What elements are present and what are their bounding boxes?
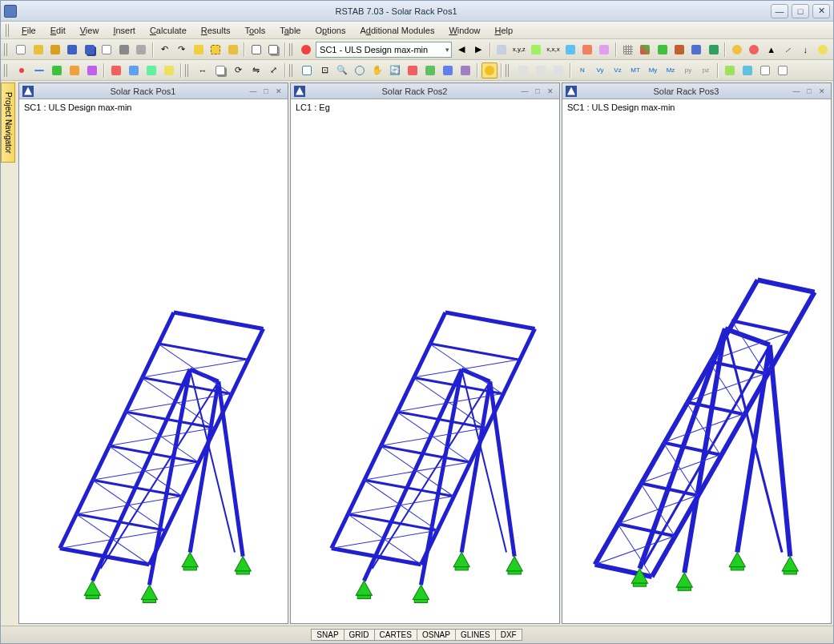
folder-button[interactable] bbox=[225, 42, 240, 58]
moment-my-button[interactable]: My bbox=[645, 62, 661, 78]
areaload-button[interactable] bbox=[161, 62, 177, 78]
close-button[interactable]: ✕ bbox=[812, 4, 830, 18]
menu-tools[interactable]: Tools bbox=[238, 24, 272, 37]
select-button[interactable] bbox=[191, 42, 206, 58]
model-type-button[interactable] bbox=[655, 42, 670, 58]
node-button[interactable] bbox=[14, 62, 30, 78]
result-view3-button[interactable] bbox=[528, 42, 543, 58]
menu-insert[interactable]: Insert bbox=[107, 24, 142, 37]
zoom-in-button[interactable]: 🔍 bbox=[334, 62, 350, 78]
menu-edit[interactable]: Edit bbox=[44, 24, 72, 37]
status-dxf[interactable]: DXF bbox=[495, 629, 522, 641]
highlight-button[interactable] bbox=[481, 62, 498, 78]
force-vy-button[interactable]: Vy bbox=[592, 62, 608, 78]
view-minimize-1[interactable]: — bbox=[248, 86, 259, 97]
status-cartes[interactable]: CARTES bbox=[374, 629, 417, 641]
toolbar-grip-2[interactable] bbox=[289, 43, 294, 56]
result-table-button[interactable] bbox=[597, 42, 612, 58]
view-canvas-2[interactable]: LC1 : Eg bbox=[291, 99, 559, 623]
print-preview-button[interactable] bbox=[133, 42, 148, 58]
menu-calculate[interactable]: Calculate bbox=[143, 24, 193, 37]
moment-mt-button[interactable]: MT bbox=[627, 62, 643, 78]
save-all-button[interactable] bbox=[82, 42, 97, 58]
section-button[interactable] bbox=[689, 42, 704, 58]
result-xyz-button[interactable]: x,y,z bbox=[511, 42, 526, 58]
members-button[interactable]: ⟋ bbox=[780, 42, 796, 58]
force-pz-button[interactable]: pz bbox=[698, 62, 714, 78]
view-close-2[interactable]: ✕ bbox=[545, 86, 556, 97]
moment-button[interactable] bbox=[126, 62, 142, 78]
toolbar-grip-5[interactable] bbox=[289, 64, 294, 77]
loadcombos-button[interactable] bbox=[266, 42, 281, 58]
view-maximize-3[interactable]: □ bbox=[804, 86, 815, 97]
supports-button[interactable]: ▲ bbox=[763, 42, 779, 58]
view-maximize-1[interactable]: □ bbox=[260, 86, 272, 97]
rotate-button[interactable]: ⟳ bbox=[230, 62, 246, 78]
copy-doc-button[interactable] bbox=[99, 42, 115, 58]
print-button[interactable] bbox=[116, 42, 131, 58]
undo-button[interactable]: ↶ bbox=[157, 42, 172, 58]
menu-table[interactable]: Table bbox=[273, 24, 307, 37]
status-glines[interactable]: GLINES bbox=[455, 629, 496, 641]
moment-mz-button[interactable]: Mz bbox=[663, 62, 679, 78]
support-button[interactable] bbox=[49, 62, 65, 78]
calc-all-button[interactable] bbox=[747, 42, 762, 58]
zoom-all-button[interactable]: ⊡ bbox=[316, 62, 332, 78]
hinge-button[interactable] bbox=[66, 62, 83, 78]
view-canvas-3[interactable]: SC1 : ULS Design max-min bbox=[562, 99, 831, 623]
open-multi-button[interactable] bbox=[47, 42, 62, 58]
view-x-button[interactable] bbox=[405, 62, 421, 78]
result-xxx-button[interactable]: x,x,x bbox=[546, 42, 561, 58]
new-button[interactable] bbox=[14, 42, 29, 58]
mirror-button[interactable]: ⇋ bbox=[248, 62, 264, 78]
loadcase-dropdown[interactable]: SC1 - ULS Design max-min bbox=[316, 42, 452, 58]
view-minimize-2[interactable]: — bbox=[519, 86, 530, 97]
menu-window[interactable]: Window bbox=[442, 24, 486, 37]
calculate-button[interactable] bbox=[299, 42, 314, 58]
view-minimize-3[interactable]: — bbox=[791, 86, 802, 97]
menu-help[interactable]: Help bbox=[489, 24, 520, 37]
axes-button[interactable] bbox=[638, 42, 653, 58]
force-n-button[interactable]: N bbox=[574, 62, 590, 78]
select-window-button[interactable] bbox=[208, 42, 224, 58]
result-img-button[interactable] bbox=[494, 42, 510, 58]
loadcases-button[interactable] bbox=[248, 42, 264, 58]
release-button[interactable] bbox=[84, 62, 100, 78]
zoom-out-button[interactable] bbox=[352, 62, 368, 78]
toolbar-grip-1[interactable] bbox=[4, 43, 9, 56]
help-button[interactable] bbox=[815, 42, 830, 58]
table-button[interactable] bbox=[757, 62, 773, 78]
lineload-button[interactable] bbox=[143, 62, 159, 78]
result-diag-button[interactable] bbox=[579, 42, 594, 58]
view-maximize-2[interactable]: □ bbox=[532, 86, 543, 97]
open-button[interactable] bbox=[30, 42, 46, 58]
list-button[interactable] bbox=[775, 62, 791, 78]
style-1-button[interactable] bbox=[722, 62, 738, 78]
menu-options[interactable]: Options bbox=[308, 24, 352, 37]
filter-3-button[interactable] bbox=[550, 62, 566, 78]
view-canvas-1[interactable]: SC1 : ULS Design max-min bbox=[19, 99, 288, 623]
zoom-window-button[interactable] bbox=[299, 62, 315, 78]
move-button[interactable]: ↔ bbox=[195, 62, 211, 78]
loads-button[interactable]: ↓ bbox=[798, 42, 813, 58]
rotate-view-button[interactable]: 🔄 bbox=[387, 62, 403, 78]
render-button[interactable] bbox=[706, 42, 721, 58]
filter-2-button[interactable] bbox=[533, 62, 549, 78]
scale-button[interactable]: ⤢ bbox=[265, 62, 281, 78]
view-close-3[interactable]: ✕ bbox=[816, 86, 828, 97]
redo-button[interactable]: ↷ bbox=[174, 42, 189, 58]
menu-grip[interactable] bbox=[6, 24, 10, 37]
toolbar-grip-4[interactable] bbox=[185, 64, 190, 77]
result-anim-button[interactable] bbox=[562, 42, 578, 58]
member-button[interactable] bbox=[31, 62, 47, 78]
minimize-button[interactable]: — bbox=[771, 4, 788, 18]
style-2-button[interactable] bbox=[739, 62, 755, 78]
view-iso-button[interactable] bbox=[457, 62, 473, 78]
grid-button[interactable] bbox=[620, 42, 635, 58]
toolbar-grip-6[interactable] bbox=[506, 64, 510, 77]
maximize-button[interactable]: □ bbox=[792, 4, 809, 18]
status-snap[interactable]: SNAP bbox=[311, 629, 344, 641]
project-navigator-tab[interactable]: Project Navigator bbox=[1, 83, 15, 163]
copy-button[interactable] bbox=[212, 62, 228, 78]
view-z-button[interactable] bbox=[440, 62, 456, 78]
